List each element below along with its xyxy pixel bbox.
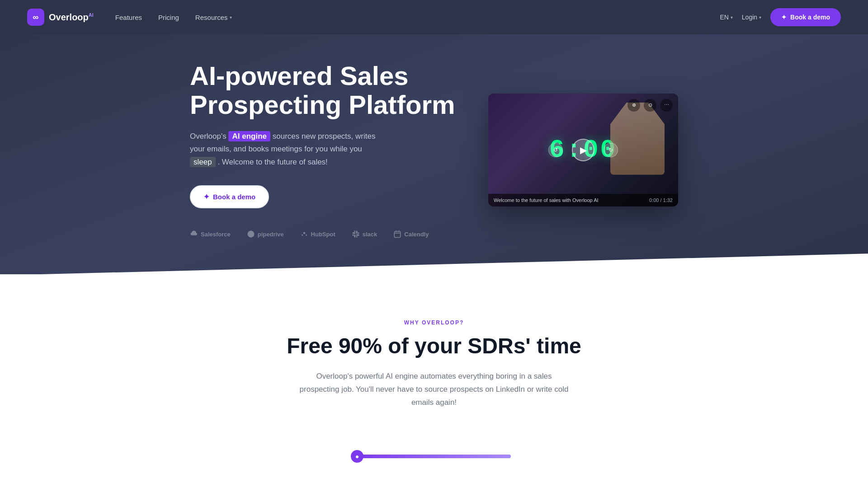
book-demo-button[interactable]: ✦ Book a demo [770, 8, 841, 26]
svg-point-1 [303, 232, 305, 235]
bottom-preview: ● [0, 455, 868, 476]
hubspot-icon [300, 230, 308, 238]
partner-hubspot: HubSpot [300, 230, 335, 238]
video-arm-decoration [610, 103, 665, 175]
video-wrapper[interactable]: 6:00 ⊕ ⊙ ⋯ ↺ ▶ ↻ Welcome to the future o… [488, 94, 678, 206]
hero-section: AI-powered Sales Prospecting Platform Ov… [0, 0, 868, 274]
salesforce-icon [190, 230, 198, 238]
video-expand-button[interactable]: ⊕ [627, 99, 640, 112]
hero-cta-button[interactable]: ✦ Book a demo [190, 185, 269, 208]
why-description: Overloop's powerful AI engine automates … [298, 370, 570, 409]
slack-icon [352, 230, 360, 238]
hero-description: Overloop's AI engine sources new prospec… [190, 130, 389, 169]
logo-text: OverloopAI [49, 12, 94, 23]
chevron-down-icon: ▾ [731, 15, 733, 20]
video-top-controls: ⊕ ⊙ ⋯ [627, 99, 673, 112]
hero-video-panel: 6:00 ⊕ ⊙ ⋯ ↺ ▶ ↻ Welcome to the future o… [488, 94, 678, 206]
partner-pipedrive: pipedrive [247, 230, 284, 238]
nav-features[interactable]: Features [115, 14, 142, 21]
video-stop-button[interactable]: ⊙ [644, 99, 656, 112]
svg-rect-4 [395, 231, 401, 238]
chevron-down-icon: ▾ [759, 15, 761, 20]
partner-logos: Salesforce pipedrive HubSpot slack Calen… [190, 230, 461, 238]
hero-title: AI-powered Sales Prospecting Platform [190, 61, 461, 119]
logo-area: ∞ OverloopAI [27, 9, 94, 26]
nav-links: Features Pricing Resources ▾ [115, 14, 232, 21]
partner-slack: slack [352, 230, 377, 238]
partner-calendly: Calendly [393, 230, 429, 238]
navbar: ∞ OverloopAI Features Pricing Resources … [0, 0, 868, 34]
video-timestamp: 0:00 / 1:32 [649, 197, 673, 203]
nav-pricing[interactable]: Pricing [158, 14, 179, 21]
calendly-icon [393, 230, 401, 238]
video-play-button[interactable]: ▶ [572, 139, 594, 161]
spark-icon: ✦ [203, 192, 209, 201]
chevron-down-icon: ▾ [230, 15, 232, 20]
video-forward-button[interactable]: ↻ [604, 143, 618, 157]
pipedrive-icon [247, 230, 255, 238]
video-title: Welcome to the future of sales with Over… [494, 197, 599, 203]
video-play-controls: ↺ ▶ ↻ [548, 139, 618, 161]
login-button[interactable]: Login ▾ [742, 14, 761, 21]
navbar-right: EN ▾ Login ▾ ✦ Book a demo [720, 8, 841, 26]
svg-point-2 [306, 235, 307, 236]
partner-salesforce: Salesforce [190, 230, 231, 238]
sleep-highlight: sleep [190, 157, 216, 167]
logo-icon: ∞ [27, 9, 44, 26]
svg-point-3 [302, 235, 303, 236]
nav-resources[interactable]: Resources ▾ [195, 14, 232, 21]
hero-inner: AI-powered Sales Prospecting Platform Ov… [163, 34, 705, 238]
preview-progress-bar: ● [357, 455, 511, 458]
video-footer: Welcome to the future of sales with Over… [488, 194, 678, 206]
spark-icon: ✦ [781, 14, 787, 21]
video-more-button[interactable]: ⋯ [660, 99, 673, 112]
why-title: Free 90% of your SDRs' time [27, 333, 841, 359]
why-section: WHY OVERLOOP? Free 90% of your SDRs' tim… [0, 274, 868, 454]
video-rewind-button[interactable]: ↺ [548, 143, 563, 157]
navbar-left: ∞ OverloopAI Features Pricing Resources … [27, 9, 232, 26]
ai-engine-highlight: AI engine [228, 131, 270, 141]
lang-selector[interactable]: EN ▾ [720, 14, 732, 21]
why-label: WHY OVERLOOP? [27, 319, 841, 326]
svg-point-0 [247, 231, 254, 238]
preview-dot: ● [351, 450, 363, 463]
hero-content: AI-powered Sales Prospecting Platform Ov… [190, 61, 461, 238]
